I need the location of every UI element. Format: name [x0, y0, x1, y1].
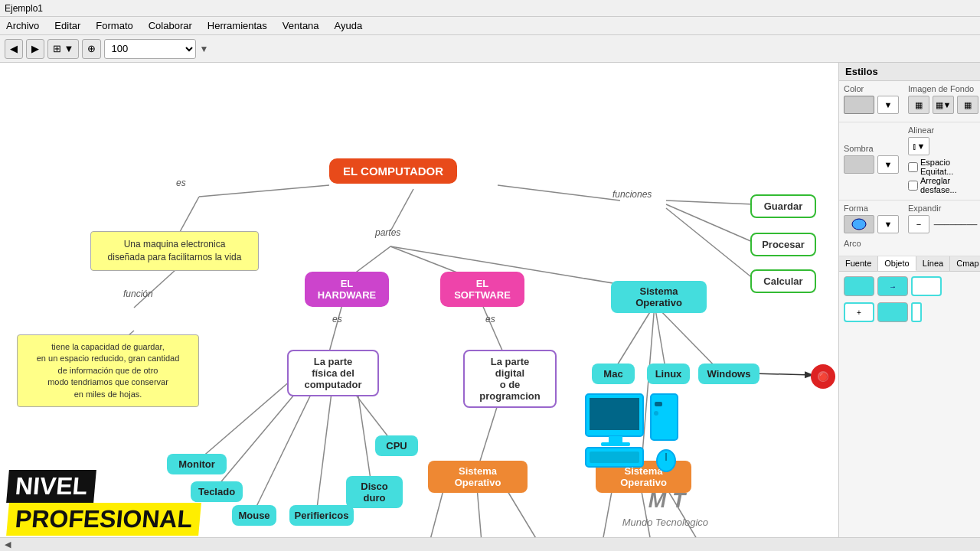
espacio-checkbox[interactable]	[908, 162, 918, 172]
shape-btn[interactable]	[844, 215, 874, 233]
svg-line-26	[655, 305, 721, 373]
tab-linea[interactable]: Línea	[916, 256, 951, 271]
menu-bar: Archivo Editar Formato Colaborar Herrami…	[0, 17, 980, 35]
background-label: Imagen de Fondo	[908, 84, 978, 93]
svg-line-17	[316, 380, 333, 514]
node-windows1[interactable]: Windows	[698, 364, 760, 384]
shape-label: Forma	[844, 204, 899, 213]
label-es: es	[176, 178, 186, 188]
svg-point-40	[654, 411, 658, 416]
panel-tabs: Fuente Objeto Línea Cmap	[839, 256, 980, 272]
label-partes: partes	[375, 227, 400, 238]
node-procesar[interactable]: Procesar	[750, 233, 816, 256]
node-mouse[interactable]: Mouse	[232, 505, 276, 526]
back-button[interactable]: ◀	[5, 39, 23, 59]
shape-preview-5[interactable]	[877, 302, 908, 322]
zoom-fit-button[interactable]: ⊕	[82, 39, 101, 59]
shape-preview-6[interactable]	[911, 302, 922, 322]
panel-shape-section: Forma ▼ Expandir − ──────── +	[839, 201, 980, 256]
panel-shadow-section: Sombra ▼ Alinear ⫿▼ Espacio Equitat...	[839, 122, 980, 201]
menu-ventana[interactable]: Ventana	[279, 18, 322, 33]
view-button[interactable]: ⊞ ▼	[47, 39, 79, 59]
node-cpu[interactable]: CPU	[375, 435, 418, 456]
tab-objeto[interactable]: Objeto	[878, 256, 916, 271]
menu-colaborar[interactable]: Colaborar	[145, 18, 195, 33]
styles-panel: Estilos Color ▼ Imagen de Fondo ▦ ▦▼ ▦	[838, 63, 980, 551]
logo-mt: M T	[648, 488, 685, 513]
shadow-label: Sombra	[844, 144, 899, 153]
menu-editar[interactable]: Editar	[51, 18, 83, 33]
bg-btn3[interactable]: ▦	[957, 96, 978, 114]
node-definition2[interactable]: tiene la capacidad de guardar, en un esp…	[17, 334, 199, 407]
status-text: ◀	[5, 540, 11, 549]
label-es2: es	[332, 314, 342, 324]
svg-line-16	[253, 380, 318, 514]
node-calcular[interactable]: Calcular	[750, 269, 816, 293]
node-software-def[interactable]: La parte digital o de programcion	[463, 350, 557, 408]
tab-cmap[interactable]: Cmap	[950, 256, 980, 271]
menu-ayuda[interactable]: Ayuda	[332, 18, 366, 33]
shadow-btn[interactable]	[844, 155, 874, 174]
zoom-select[interactable]: 100 75 50 150 200	[104, 39, 196, 59]
node-definition1[interactable]: Una maquina electronica diseñada para fa…	[90, 231, 259, 271]
expand-label: Expandir	[908, 204, 980, 213]
node-perifericos[interactable]: Perifiericos	[289, 505, 354, 526]
svg-text:🔴: 🔴	[818, 372, 828, 382]
node-hardware[interactable]: EL HARDWARE	[305, 272, 389, 307]
mundo-tec-label: Mundo Tecnologico	[622, 517, 708, 528]
svg-line-4	[498, 185, 620, 201]
node-software[interactable]: EL SOFTWARE	[440, 272, 524, 307]
align-btn[interactable]: ⫿▼	[908, 137, 929, 155]
svg-rect-36	[609, 436, 622, 442]
node-hardware-def[interactable]: La parte física del computador	[287, 350, 379, 396]
color-dropdown[interactable]: ▼	[877, 96, 899, 114]
svg-line-0	[199, 185, 329, 197]
panel-color-section: Color ▼ Imagen de Fondo ▦ ▦▼ ▦	[839, 81, 980, 122]
bg-btn2[interactable]: ▦▼	[933, 96, 954, 114]
menu-archivo[interactable]: Archivo	[3, 18, 42, 33]
profesional-text: PROFESIONAL	[6, 503, 201, 536]
svg-point-45	[852, 219, 866, 230]
svg-line-7	[666, 208, 754, 279]
label-funciones: funciones	[612, 189, 652, 200]
shape-dropdown[interactable]: ▼	[877, 215, 899, 233]
color-picker[interactable]	[844, 96, 874, 114]
arreglar-checkbox[interactable]	[908, 181, 918, 191]
espacio-checkbox-label[interactable]: Espacio Equitat...	[908, 158, 975, 176]
svg-rect-37	[601, 442, 630, 446]
menu-formato[interactable]: Formato	[93, 18, 136, 33]
svg-rect-38	[651, 394, 678, 440]
expand-minus[interactable]: −	[908, 215, 929, 233]
node-disco-duro[interactable]: Disco duro	[346, 476, 403, 508]
status-bar: ◀	[0, 537, 980, 551]
forward-button[interactable]: ▶	[26, 39, 44, 59]
node-sistema-op2[interactable]: Sistema Operativo	[428, 461, 528, 493]
toolbar: ◀ ▶ ⊞ ▼ ⊕ 100 75 50 150 200 ▼	[0, 35, 980, 63]
arreglar-checkbox-label[interactable]: Arreglar desfase...	[908, 176, 975, 194]
node-root[interactable]: EL COMPUTADOR	[329, 158, 457, 184]
svg-line-6	[666, 204, 754, 243]
svg-rect-39	[655, 402, 662, 406]
arc-label: Arco	[844, 239, 861, 248]
node-sistema-op1[interactable]: Sistema Operativo	[611, 281, 707, 313]
computer-illustration	[582, 390, 681, 474]
canvas-area[interactable]: es partes funciones función es es EL COM…	[0, 63, 838, 551]
bg-btn1[interactable]: ▦	[908, 96, 929, 114]
nivel-badge: NIVEL PROFESIONAL	[8, 470, 200, 536]
shadow-dropdown[interactable]: ▼	[877, 155, 899, 174]
shape-preview-4[interactable]: +	[844, 302, 874, 322]
shape-preview-3[interactable]	[911, 276, 942, 296]
svg-rect-35	[590, 398, 639, 430]
expand-slider[interactable]: ────────	[933, 220, 978, 229]
node-mac1[interactable]: Mac	[592, 364, 635, 384]
menu-herramientas[interactable]: Herramientas	[204, 18, 270, 33]
shape-preview-2[interactable]: →	[877, 276, 908, 296]
nivel-text: NIVEL	[6, 470, 96, 503]
svg-line-15	[214, 380, 306, 490]
app-title: Ejemplo1	[5, 3, 43, 14]
shape-preview-1[interactable]	[844, 276, 874, 296]
node-linux1[interactable]: Linux	[647, 364, 690, 384]
svg-line-5	[666, 201, 754, 204]
node-guardar[interactable]: Guardar	[750, 194, 816, 218]
tab-fuente[interactable]: Fuente	[839, 256, 878, 271]
